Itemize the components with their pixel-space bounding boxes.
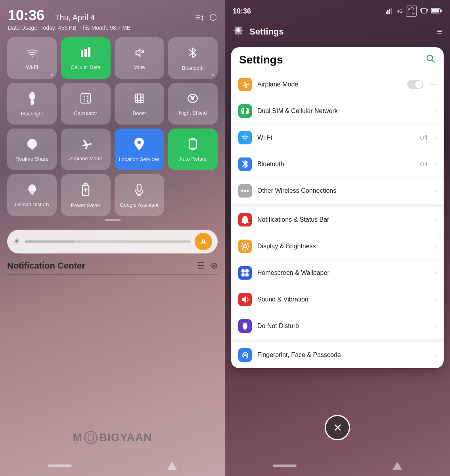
left-time: 10:36 — [8, 7, 44, 24]
settings-header: Settings — [231, 47, 444, 71]
list-icon[interactable]: ≡↕ — [195, 12, 205, 23]
notifications-chevron: › — [435, 216, 437, 223]
notification-center-section: Notification Center ☰ ⊗ — [0, 253, 225, 275]
tile-realmeshare[interactable]: Realme Share — [7, 129, 57, 170]
airplane-toggle[interactable] — [407, 80, 423, 89]
notif-icons: ☰ ⊗ — [197, 261, 218, 271]
settings-item-bluetooth[interactable]: Bluetooth Off › — [231, 151, 444, 178]
notifications-label: Notifications & Status Bar — [257, 216, 429, 223]
locationservices-label: Location Services — [119, 156, 160, 163]
tile-autorotate[interactable]: Auto Rotate — [168, 129, 218, 170]
settings-item-display[interactable]: Display & Brightness › — [231, 233, 444, 260]
settings-item-wifi[interactable]: Wi-Fi Off › — [231, 125, 444, 151]
back-triangle[interactable] — [167, 462, 177, 470]
svg-line-63 — [242, 249, 243, 250]
mute-label: Mute — [134, 64, 145, 71]
tile-airplanemode[interactable]: Airplane Mode — [61, 129, 110, 170]
tile-bluetooth[interactable]: Bluetooth — [168, 37, 218, 79]
svg-point-54 — [247, 190, 249, 192]
tile-corner-dot2 — [212, 74, 214, 76]
close-button[interactable]: ✕ — [325, 415, 350, 440]
auto-brightness-button[interactable]: A — [195, 233, 212, 250]
tile-wifi[interactable]: Wi-Fi — [7, 37, 57, 79]
svg-rect-50 — [246, 108, 249, 114]
tile-powersaver[interactable]: Power Saver — [61, 174, 110, 216]
notif-manage-button[interactable]: ☰ — [197, 261, 205, 271]
tile-googleassistant[interactable]: Google Assistant — [115, 174, 164, 216]
boost-label: Boost — [133, 110, 146, 117]
svg-rect-64 — [241, 269, 245, 273]
tile-boost[interactable]: Boost — [115, 83, 164, 125]
settings-item-airplane[interactable]: Airplane Mode — — [231, 71, 444, 98]
wifi-chevron: › — [435, 134, 437, 141]
svg-rect-5 — [31, 92, 34, 94]
brightness-sun-icon: ☀ — [13, 236, 21, 247]
bluetooth-value: Off — [420, 161, 427, 167]
right-back-triangle[interactable] — [393, 462, 402, 470]
home-pill[interactable] — [48, 464, 72, 467]
settings-item-homescreen[interactable]: Homescreen & Wallpaper › — [231, 260, 444, 286]
right-status-icons: 4G VOLTE — [386, 6, 442, 17]
settings-item-dual-sim[interactable]: Dual SIM & Cellular Network › — [231, 98, 444, 125]
svg-rect-27 — [84, 184, 87, 185]
svg-line-60 — [242, 243, 243, 244]
svg-point-52 — [241, 190, 243, 192]
wifi-value: Off — [420, 134, 427, 141]
quick-tiles-section: Wi-Fi Cellular Data — [0, 33, 225, 224]
svg-rect-37 — [421, 8, 426, 13]
locationservices-icon — [134, 138, 144, 153]
settings-item-dnd[interactable]: Do Not Disturb › — [231, 313, 444, 340]
settings-icon[interactable]: ⬡ — [209, 12, 217, 23]
svg-rect-46 — [432, 9, 439, 12]
scroll-dot — [105, 219, 121, 221]
flashlight-label: Flashlight — [21, 111, 43, 117]
tile-locationservices[interactable]: Location Services — [115, 129, 164, 170]
settings-item-sound[interactable]: Sound & Vibration › — [231, 286, 444, 313]
svg-rect-23 — [189, 140, 196, 148]
settings-panel-title: Settings — [239, 54, 283, 66]
svg-rect-34 — [387, 10, 389, 14]
svg-point-53 — [244, 190, 246, 192]
brightness-slider[interactable] — [25, 240, 191, 243]
right-panel-menu-icon[interactable]: ≡ — [437, 27, 442, 37]
brightness-row: ☀ A — [7, 230, 218, 253]
tile-calculator[interactable]: Calculator — [61, 83, 110, 125]
settings-item-notifications[interactable]: Notifications & Status Bar › — [231, 207, 444, 233]
tiles-grid: Wi-Fi Cellular Data — [7, 37, 218, 216]
settings-search-button[interactable] — [425, 54, 436, 66]
wifi-icon — [26, 48, 38, 61]
right-panel-header: Settings ≡ — [225, 20, 450, 43]
other-wireless-label: Other Wireless Connections — [257, 187, 429, 194]
svg-line-16 — [87, 101, 88, 103]
svg-point-51 — [245, 140, 246, 141]
svg-line-61 — [247, 249, 249, 250]
wifi-settings-label: Wi-Fi — [257, 134, 414, 141]
svg-rect-65 — [245, 269, 249, 273]
mute-icon — [134, 47, 145, 61]
notif-title: Notification Center — [7, 261, 85, 271]
homescreen-icon — [238, 266, 252, 280]
homescreen-chevron: › — [435, 269, 437, 276]
tile-cellular[interactable]: Cellular Data — [61, 37, 110, 79]
airplanemode-label: Airplane Mode — [69, 155, 102, 162]
settings-list: Airplane Mode — Dual SIM & Cellular Netw… — [231, 71, 444, 368]
close-icon: ✕ — [333, 421, 342, 434]
dnd-label: Do Not Disturb — [257, 322, 429, 330]
svg-rect-35 — [389, 9, 390, 14]
notif-clear-button[interactable]: ⊗ — [211, 261, 218, 271]
tile-donotdisturb[interactable]: Do Not Disturb — [7, 174, 57, 216]
fingerprint-label: Fingerprint, Face & Passcode — [257, 351, 429, 359]
svg-rect-45 — [440, 10, 442, 12]
svg-line-62 — [247, 243, 249, 244]
right-home-pill[interactable] — [273, 464, 297, 467]
airplane-icon — [238, 78, 252, 91]
tile-mute[interactable]: Mute — [115, 37, 164, 79]
tile-nightshield[interactable]: Night Shield — [168, 83, 218, 125]
homescreen-label: Homescreen & Wallpaper — [257, 269, 429, 276]
settings-item-other-wireless[interactable]: Other Wireless Connections › — [231, 178, 444, 204]
donotdisturb-icon — [26, 184, 38, 198]
tile-flashlight[interactable]: Flashlight — [7, 83, 57, 125]
calculator-label: Calculator — [74, 110, 98, 117]
battery-icon — [431, 8, 442, 15]
settings-item-fingerprint[interactable]: Fingerprint, Face & Passcode › — [231, 342, 444, 368]
